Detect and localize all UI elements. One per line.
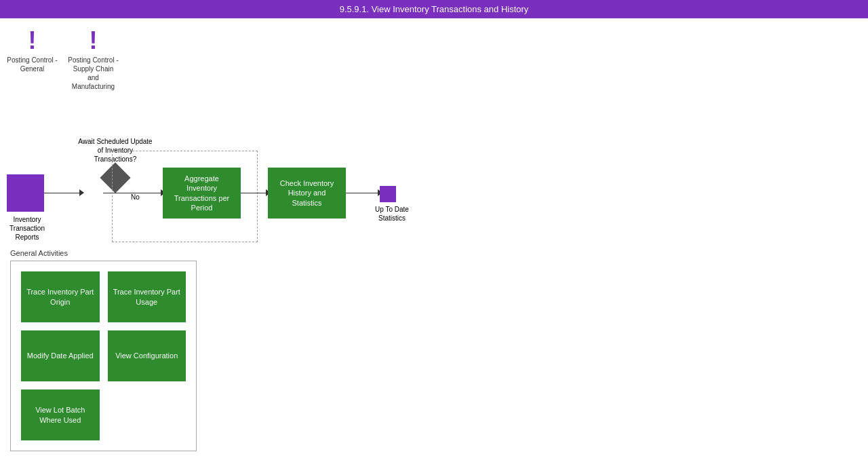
exclamation-icon-supply: ! <box>90 28 98 53</box>
activities-grid: Trace Inventory Part Origin Trace Invent… <box>10 261 197 451</box>
posting-supply-icon-item[interactable]: ! Posting Control - Supply Chain and Man… <box>68 28 119 91</box>
uptodate-label: Up To Date Statistics <box>365 205 419 223</box>
inventory-transaction-label: Inventory Transaction Reports <box>3 215 51 242</box>
posting-general-icon-item[interactable]: ! Posting Control - General <box>7 28 58 73</box>
modify-date-label: Modify Date Applied <box>27 351 94 360</box>
check-inventory-box[interactable]: Check Inventory History and Statistics <box>268 168 346 218</box>
title-text: 9.5.9.1. View Inventory Transactions and… <box>340 4 529 14</box>
inventory-transaction-box[interactable] <box>7 174 44 212</box>
general-activities-section: General Activities Trace Inventory Part … <box>10 249 197 451</box>
trace-usage-label: Trace Inventory Part Usage <box>113 287 181 307</box>
connector-aggregate-to-check <box>241 193 268 193</box>
uptodate-box[interactable] <box>380 186 396 202</box>
view-config-button[interactable]: View Configuration <box>108 330 186 381</box>
aggregate-label: Aggregate Inventory Transactions per Per… <box>168 174 235 212</box>
trace-origin-label: Trace Inventory Part Origin <box>26 287 94 307</box>
page-title: 9.5.9.1. View Inventory Transactions and… <box>0 0 868 18</box>
exclamation-icon-general: ! <box>28 28 37 53</box>
aggregate-box[interactable]: Aggregate Inventory Transactions per Per… <box>163 168 241 218</box>
check-inventory-label: Check Inventory History and Statistics <box>273 178 340 208</box>
connector-check-to-uptodate <box>346 193 380 193</box>
connector-inv-to-decision <box>44 193 81 193</box>
posting-supply-label: Posting Control - Supply Chain and Manuf… <box>68 56 119 91</box>
general-activities-label: General Activities <box>10 249 197 257</box>
main-content: ! Posting Control - General ! Posting Co… <box>0 18 868 475</box>
view-lot-label: View Lot Batch Where Used <box>26 405 94 425</box>
top-icons-area: ! Posting Control - General ! Posting Co… <box>7 28 119 91</box>
view-config-label: View Configuration <box>115 351 178 360</box>
view-lot-button[interactable]: View Lot Batch Where Used <box>21 390 100 440</box>
trace-usage-button[interactable]: Trace Inventory Part Usage <box>108 271 186 322</box>
modify-date-button[interactable]: Modify Date Applied <box>21 330 100 381</box>
trace-origin-button[interactable]: Trace Inventory Part Origin <box>21 271 100 322</box>
posting-general-label: Posting Control - General <box>7 56 58 73</box>
arrow-to-decision <box>79 189 84 196</box>
